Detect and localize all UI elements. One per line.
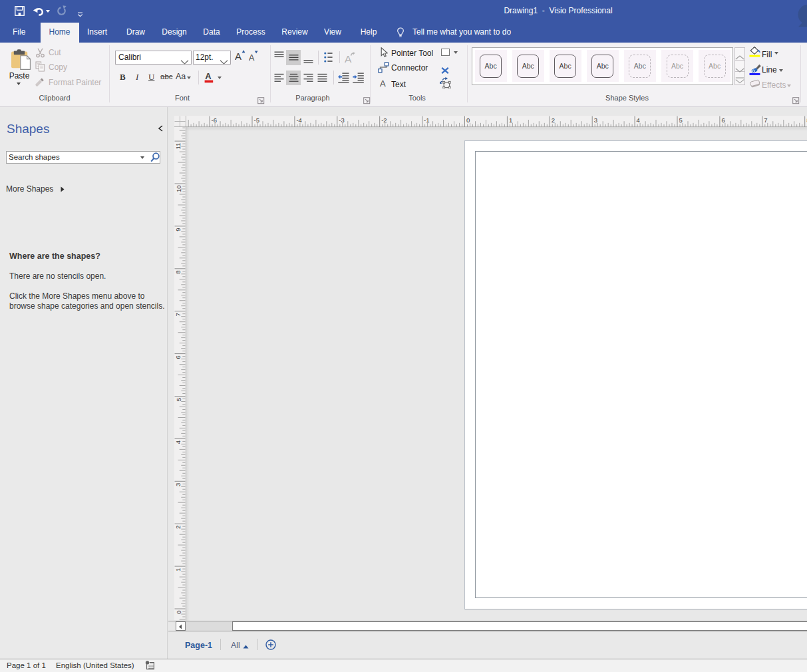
svg-text:A: A: [249, 53, 255, 62]
svg-text:0: 0: [175, 610, 182, 613]
svg-text:8: 8: [175, 270, 182, 273]
svg-text:1: 1: [508, 116, 512, 124]
svg-text:4: 4: [636, 116, 639, 124]
svg-text:11: 11: [175, 142, 182, 149]
svg-text:9: 9: [175, 228, 182, 231]
svg-text:10: 10: [175, 185, 182, 192]
svg-text:A: A: [235, 51, 242, 62]
svg-text:3: 3: [593, 116, 597, 124]
svg-text:-2: -2: [381, 116, 387, 124]
svg-text:2: 2: [551, 116, 554, 124]
svg-text:1: 1: [175, 568, 182, 571]
svg-text:5: 5: [679, 116, 682, 124]
svg-text:6: 6: [721, 116, 725, 124]
svg-text:4: 4: [175, 440, 182, 443]
svg-text:6: 6: [175, 355, 182, 359]
svg-text:-4: -4: [296, 116, 301, 124]
svg-text:-5: -5: [253, 116, 259, 124]
svg-text:-1: -1: [424, 116, 429, 124]
svg-text:7: 7: [764, 116, 767, 124]
svg-text:5: 5: [175, 398, 182, 401]
svg-text:0: 0: [466, 116, 470, 124]
svg-text:3: 3: [175, 482, 182, 486]
svg-text:7: 7: [175, 313, 182, 316]
svg-text:A: A: [205, 71, 212, 81]
svg-text:-6: -6: [211, 116, 216, 124]
svg-text:2: 2: [175, 525, 182, 528]
svg-text:-3: -3: [339, 116, 344, 124]
svg-text:8: 8: [806, 116, 807, 124]
